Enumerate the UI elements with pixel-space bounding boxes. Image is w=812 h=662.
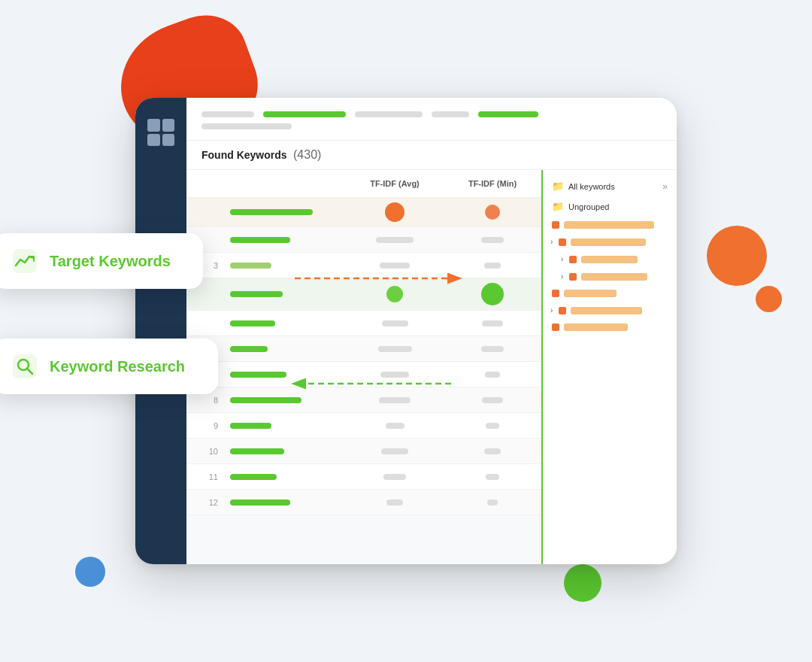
folder-icon: [569, 256, 577, 263]
keyword-bar: [230, 237, 290, 243]
tfidf-bar: [378, 346, 412, 352]
panel-all-keywords-label: All keywords: [568, 182, 615, 191]
folder-icon: [559, 238, 566, 246]
keyword-bar: [230, 291, 283, 297]
right-panel: 📁 All keywords » 📁 Ungrouped: [541, 170, 677, 564]
tfidf-bar: [485, 372, 500, 378]
app-window: Found Keywords (430) TF-IDF (Avg) TF-IDF…: [135, 98, 677, 564]
tfidf-min-cell: [444, 258, 541, 273]
tfidf-bar: [386, 423, 404, 429]
decorative-blob-orange-small: [756, 286, 782, 312]
table-header: TF-IDF (Avg) TF-IDF (Min): [186, 170, 541, 198]
panel-group-item[interactable]: ›: [549, 252, 671, 266]
tfidf-bar: [380, 263, 410, 269]
tfidf-min-dot: [485, 205, 500, 220]
target-keywords-card[interactable]: Target Keywords: [0, 233, 203, 289]
tfidf-min-cell: [444, 393, 541, 408]
panel-group-item[interactable]: ›: [549, 269, 671, 284]
tfidf-avg-cell: [346, 469, 444, 484]
panel-group-item[interactable]: [549, 218, 671, 232]
ph-line: [432, 111, 469, 117]
panel-item-all-keywords[interactable]: 📁 All keywords »: [549, 178, 671, 195]
keyword-cell: [224, 316, 346, 331]
tfidf-bar: [486, 423, 499, 429]
panel-item-ungrouped[interactable]: 📁 Ungrouped: [549, 198, 671, 215]
table-area: TF-IDF (Avg) TF-IDF (Min): [186, 170, 677, 564]
tfidf-avg-cell: [346, 232, 444, 247]
group-bar: [564, 323, 628, 331]
group-bar: [564, 290, 617, 297]
tfidf-bar: [482, 320, 503, 326]
col-header-keywords: [224, 176, 346, 191]
row-num-cell: [186, 290, 224, 299]
keyword-bar: [230, 320, 275, 326]
folder-icon: [552, 290, 559, 297]
panel-group-item[interactable]: ›: [549, 303, 671, 317]
keyword-cell: [224, 469, 346, 484]
keyword-bar: [230, 209, 313, 215]
tfidf-avg-cell: [346, 393, 444, 408]
tfidf-bar: [376, 237, 414, 243]
tfidf-min-cell: [444, 444, 541, 459]
keyword-cell: [224, 287, 346, 302]
tfidf-bar: [382, 320, 408, 326]
table-row: [186, 278, 541, 311]
chart-icon: [11, 247, 39, 275]
col-header-num: [186, 176, 224, 191]
expand-icon: ›: [561, 272, 563, 281]
content-area: Found Keywords (430) TF-IDF (Avg) TF-IDF…: [186, 98, 677, 564]
group-bar: [571, 307, 642, 314]
keyword-research-card[interactable]: Keyword Research: [0, 339, 218, 394]
row-num-cell: 11: [186, 468, 224, 486]
panel-ungrouped-label: Ungrouped: [568, 202, 609, 211]
tfidf-min-cell: [444, 418, 541, 433]
tfidf-avg-cell: [346, 495, 444, 510]
col-header-tfidf-min: TF-IDF (Min): [444, 176, 541, 191]
tfidf-min-cell: [444, 278, 541, 310]
tfidf-avg-cell: [346, 444, 444, 459]
found-keywords-bar: Found Keywords (430): [186, 141, 677, 170]
group-bar: [564, 221, 654, 229]
tfidf-avg-dot-green: [386, 286, 403, 302]
table-row: [186, 362, 541, 387]
tfidf-avg-cell: [346, 258, 444, 273]
expand-icon: ›: [550, 306, 553, 314]
ph-line: [355, 111, 423, 117]
target-keywords-label: Target Keywords: [50, 253, 171, 270]
tfidf-avg-cell: [346, 342, 444, 357]
tfidf-bar: [381, 448, 408, 454]
tfidf-bar: [482, 397, 503, 403]
table-row: 11: [186, 464, 541, 490]
keyword-cell: [224, 367, 346, 382]
svg-rect-1: [13, 354, 37, 378]
logo-cell-2: [162, 119, 175, 132]
table-row: 10: [186, 439, 541, 464]
col-header-tfidf-avg: TF-IDF (Avg): [346, 176, 444, 191]
keyword-bar: [230, 500, 290, 506]
tfidf-min-cell: [444, 469, 541, 484]
table-row: 9: [186, 413, 541, 439]
group-bar: [571, 238, 646, 246]
panel-group-item[interactable]: [549, 287, 671, 300]
tfidf-min-dot-green: [481, 283, 504, 305]
tfidf-min-cell: [444, 495, 541, 510]
table-main: TF-IDF (Avg) TF-IDF (Min): [186, 170, 541, 564]
keyword-cell: [224, 418, 346, 433]
panel-group-item[interactable]: [549, 320, 671, 334]
tfidf-min-cell: [444, 232, 541, 247]
panel-arrow-icon: »: [662, 181, 668, 192]
keyword-bar: [230, 372, 286, 378]
tfidf-avg-cell: [346, 418, 444, 433]
tfidf-min-cell: [444, 316, 541, 331]
table-row: [186, 227, 541, 253]
keyword-bar: [230, 474, 277, 480]
folder-icon: [552, 221, 559, 229]
tfidf-bar: [383, 474, 406, 480]
logo-cell-3: [147, 134, 160, 147]
tfidf-min-cell: [444, 342, 541, 357]
keyword-cell: [224, 258, 346, 273]
keyword-research-label: Keyword Research: [50, 358, 185, 375]
sidebar-logo: [144, 116, 177, 149]
main-wrapper: Found Keywords (430) TF-IDF (Avg) TF-IDF…: [83, 60, 729, 602]
panel-group-item[interactable]: ›: [549, 235, 671, 249]
